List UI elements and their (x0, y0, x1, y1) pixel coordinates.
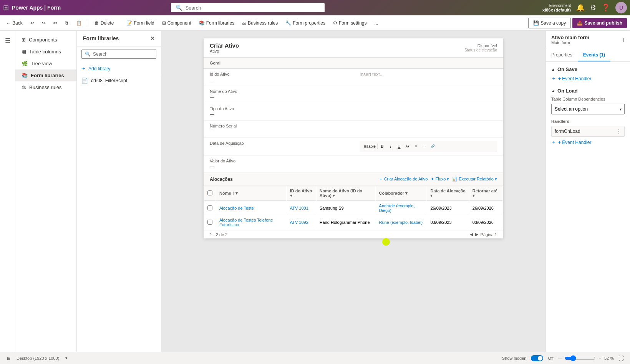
avatar[interactable]: U (615, 2, 627, 13)
row1-colaborador-link[interactable]: Andrade (exemplo, Diego) (379, 204, 415, 213)
rightpanel-tabs: Properties Events (1) (546, 49, 630, 62)
dep-label: Table Column Dependencies (551, 97, 625, 101)
rt-color-button[interactable]: A▾ (404, 142, 411, 150)
prev-page-button[interactable]: ◀ (470, 232, 473, 237)
nav-hamburger[interactable]: ☰ (1, 34, 14, 47)
add-save-handler-button[interactable]: ＋ + Event Handler (551, 75, 625, 82)
sidebar-search-box[interactable]: 🔍 (81, 50, 156, 59)
row1-id-link[interactable]: ATV 1081 (290, 206, 308, 210)
handlers-section: Handlers formOnLoad ⋮ (551, 119, 625, 137)
rt-table-icon[interactable]: ⊞Table (363, 144, 376, 149)
sidebar-close-button[interactable]: ✕ (150, 35, 155, 41)
library-item-cr608[interactable]: 📄 cr608_FilterScript (77, 75, 161, 86)
sidebar-search-input[interactable] (93, 51, 153, 57)
nav-table-columns-label: Table columns (29, 49, 61, 55)
desktop-chevron-icon[interactable]: ▾ (65, 356, 68, 361)
form-libraries-button[interactable]: 📚 Form libraries (196, 19, 237, 27)
field-data-aquisicao[interactable]: Data de Aquisição (204, 138, 353, 156)
paste-button[interactable]: 📋 (73, 19, 85, 27)
next-page-button[interactable]: ▶ (475, 232, 478, 237)
env-info[interactable]: Environment xl86x (default) (542, 3, 571, 12)
nav-form-libraries[interactable]: 📚 Form libraries (15, 69, 76, 81)
rightpanel-title-area: Ativo main form Main form (551, 35, 589, 45)
handler-menu-icon[interactable]: ⋮ (617, 129, 621, 134)
redo-button[interactable]: ↪ (39, 19, 49, 27)
expand-panel-button[interactable]: ⟩ (623, 37, 625, 43)
more-button[interactable]: ... (371, 19, 381, 27)
topbar: ⊞ Power Apps | Form 🔍 Environment xl86x … (0, 0, 630, 15)
field-insert-text[interactable]: Insert text... (353, 69, 503, 86)
field-tipo-ativo[interactable]: Tipo do Ativo — (204, 103, 353, 121)
handler-item-formonload[interactable]: formOnLoad ⋮ (551, 126, 625, 137)
nav-components[interactable]: ⊞ Components (15, 34, 76, 46)
row2-nome-link[interactable]: Alocação de Testes Telefone Futurístico (219, 218, 273, 227)
event-section-on-load: ▲ On Load Table Column Dependencies Sele… (551, 88, 625, 146)
help-icon[interactable]: ❓ (602, 3, 610, 12)
settings-icon[interactable]: ⚙ (590, 3, 596, 12)
grid-icon[interactable]: ⊞ (3, 3, 9, 12)
show-hidden-toggle[interactable] (531, 355, 543, 361)
row2-colaborador-link[interactable]: Rune (exemplo, Isabel) (379, 220, 423, 225)
nav-tree-view[interactable]: 🌿 Tree view (15, 58, 76, 69)
search-icon: 🔍 (176, 5, 182, 11)
on-load-header[interactable]: ▲ On Load (551, 88, 625, 94)
rt-list-button[interactable]: ≔ (421, 142, 428, 150)
main-nav: ⊞ Components ▦ Table columns 🌿 Tree view… (15, 31, 77, 352)
on-save-header[interactable]: ▲ On Save (551, 66, 625, 72)
rt-underline-button[interactable]: U (395, 142, 403, 150)
field-numero-serial[interactable]: Número Serial — (204, 121, 353, 138)
form-properties-button[interactable]: 🔧 Form properties (282, 19, 328, 27)
delete-button[interactable]: 🗑 Delete (91, 19, 117, 27)
executar-relatorio-button[interactable]: 📊 Executar Relatório ▾ (452, 176, 497, 182)
add-library-button[interactable]: ＋ Add library (81, 65, 156, 72)
dep-select[interactable]: Select an option (551, 104, 625, 114)
row1-nome-link[interactable]: Alocação de Teste (219, 206, 254, 210)
row2-checkbox[interactable] (204, 216, 216, 229)
back-button[interactable]: ← Back (3, 19, 26, 27)
row1-checkbox[interactable] (204, 202, 216, 215)
fluxo-button[interactable]: ✦ Fluxo ▾ (431, 176, 449, 182)
undo-button[interactable]: ↩ (27, 19, 37, 27)
form-field-button[interactable]: 📝 Form field (123, 19, 157, 27)
tab-properties[interactable]: Properties (546, 49, 578, 61)
show-hidden-label: Show hidden (502, 356, 527, 361)
form-preview[interactable]: Criar Ativo Ativo Disponível Status de e… (204, 38, 503, 238)
form-settings-button[interactable]: ⚙ Form settings (330, 19, 370, 27)
tab-events[interactable]: Events (1) (578, 49, 610, 61)
cut-button[interactable]: ✂ (50, 19, 60, 27)
save-copy-button[interactable]: 💾 Save a copy (528, 18, 571, 28)
save-publish-button[interactable]: 📤 Save and publish (572, 18, 627, 28)
copy-button[interactable]: ⧉ (62, 19, 71, 27)
rt-link-button[interactable]: 🔗 (429, 142, 437, 150)
rightpanel-body: ▲ On Save ＋ + Event Handler ▲ On Load Ta… (546, 62, 630, 352)
component-button[interactable]: ⊞ Component (159, 19, 194, 27)
field-id-ativo[interactable]: Id do Ativo — (204, 69, 353, 86)
add-save-handler-icon: ＋ (551, 75, 556, 82)
row2-id-link[interactable]: ATV 1092 (290, 220, 308, 225)
zoom-minus-button[interactable]: — (558, 356, 562, 361)
field-valor-ativo[interactable]: Valor do Ativo — (204, 156, 353, 173)
rt-align-button[interactable]: ≡ (412, 142, 420, 150)
select-all-checkbox[interactable] (207, 190, 212, 195)
notification-icon[interactable]: 🔔 (576, 3, 585, 12)
nav-business-rules[interactable]: ⚖ Business rules (15, 81, 76, 93)
search-input[interactable] (185, 5, 320, 11)
rightpanel-header: Ativo main form Main form ⟩ (546, 31, 630, 49)
col-checkbox (204, 186, 216, 201)
form-status-label: Disponível (464, 43, 497, 48)
criar-alocacao-button[interactable]: ＋ Criar Alocação de Ativo (379, 176, 428, 182)
row1-data: 26/09/2023 (427, 202, 468, 215)
add-load-handler-button[interactable]: ＋ + Event Handler (551, 139, 625, 146)
subgrid-tbody: Alocação de Teste ATV 1081 Samsung S9 An… (204, 202, 502, 229)
zoom-slider[interactable] (565, 355, 595, 361)
search-box[interactable]: 🔍 (171, 3, 325, 12)
business-rules-button[interactable]: ⚖ Business rules (239, 19, 281, 27)
rt-italic-button[interactable]: I (387, 142, 395, 150)
nav-table-columns[interactable]: ▦ Table columns (15, 46, 76, 58)
toggle-switch[interactable] (531, 355, 543, 361)
field-nome-ativo[interactable]: Nome do Ativo — (204, 86, 353, 103)
fit-page-button[interactable]: ⛶ (618, 355, 624, 361)
rt-bold-button[interactable]: B (378, 142, 386, 150)
zoom-plus-button[interactable]: ＋ (598, 355, 602, 361)
row1-colaborador: Andrade (exemplo, Diego) (376, 202, 427, 215)
